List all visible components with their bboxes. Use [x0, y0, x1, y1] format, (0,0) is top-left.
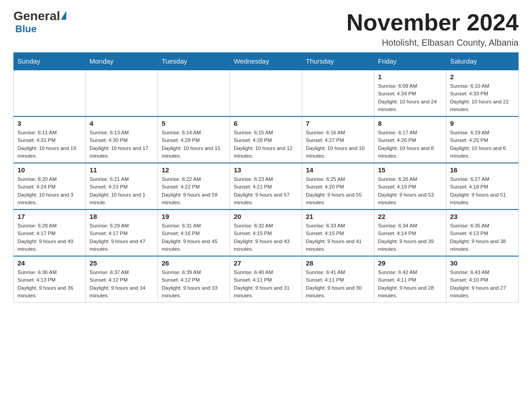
calendar-cell: 24Sunrise: 6:36 AMSunset: 4:13 PMDayligh…	[14, 256, 86, 303]
day-info: Sunrise: 6:35 AMSunset: 4:13 PMDaylight:…	[450, 222, 515, 253]
day-info: Sunrise: 6:19 AMSunset: 4:25 PMDaylight:…	[450, 129, 515, 160]
day-info: Sunrise: 6:20 AMSunset: 4:24 PMDaylight:…	[17, 176, 82, 206]
day-info: Sunrise: 6:40 AMSunset: 4:11 PMDaylight:…	[234, 269, 298, 300]
calendar-cell: 3Sunrise: 6:11 AMSunset: 4:31 PMDaylight…	[14, 116, 86, 163]
day-info: Sunrise: 6:15 AMSunset: 4:28 PMDaylight:…	[234, 129, 298, 160]
calendar-week-row: 17Sunrise: 6:28 AMSunset: 4:17 PMDayligh…	[14, 210, 519, 256]
day-number: 3	[17, 120, 82, 127]
calendar-cell	[302, 70, 374, 116]
logo-general-text: General	[13, 9, 60, 23]
calendar-cell: 20Sunrise: 6:32 AMSunset: 4:15 PMDayligh…	[230, 210, 302, 256]
weekday-header-tuesday: Tuesday	[158, 53, 230, 70]
day-info: Sunrise: 6:23 AMSunset: 4:21 PMDaylight:…	[234, 176, 298, 206]
weekday-header-wednesday: Wednesday	[230, 53, 302, 70]
title-section: November 2024 Hotolisht, Elbasan County,…	[347, 9, 519, 48]
day-info: Sunrise: 6:28 AMSunset: 4:17 PMDaylight:…	[17, 222, 82, 253]
calendar-cell: 30Sunrise: 6:43 AMSunset: 4:10 PMDayligh…	[446, 256, 519, 303]
day-number: 13	[234, 166, 298, 174]
calendar-cell: 19Sunrise: 6:31 AMSunset: 4:16 PMDayligh…	[158, 210, 230, 256]
day-info: Sunrise: 6:29 AMSunset: 4:17 PMDaylight:…	[90, 222, 154, 253]
day-info: Sunrise: 6:11 AMSunset: 4:31 PMDaylight:…	[17, 129, 82, 160]
calendar-cell: 13Sunrise: 6:23 AMSunset: 4:21 PMDayligh…	[230, 163, 302, 210]
weekday-header-monday: Monday	[86, 53, 158, 70]
day-info: Sunrise: 6:26 AMSunset: 4:19 PMDaylight:…	[378, 176, 442, 206]
calendar-cell: 2Sunrise: 6:10 AMSunset: 4:33 PMDaylight…	[446, 70, 519, 116]
day-number: 27	[234, 259, 298, 267]
day-info: Sunrise: 6:27 AMSunset: 4:18 PMDaylight:…	[450, 176, 515, 206]
day-number: 4	[90, 120, 154, 127]
calendar-header-row: SundayMondayTuesdayWednesdayThursdayFrid…	[14, 53, 519, 70]
day-info: Sunrise: 6:31 AMSunset: 4:16 PMDaylight:…	[162, 222, 226, 253]
page-header: General Blue November 2024 Hotolisht, El…	[13, 9, 519, 48]
calendar-cell	[158, 70, 230, 116]
day-info: Sunrise: 6:36 AMSunset: 4:13 PMDaylight:…	[17, 269, 82, 300]
day-info: Sunrise: 6:42 AMSunset: 4:11 PMDaylight:…	[378, 269, 442, 300]
day-number: 21	[306, 213, 370, 220]
day-info: Sunrise: 6:22 AMSunset: 4:22 PMDaylight:…	[162, 176, 226, 206]
day-info: Sunrise: 6:37 AMSunset: 4:12 PMDaylight:…	[90, 269, 154, 300]
day-number: 17	[17, 213, 82, 220]
logo-blue-text: Blue	[15, 23, 37, 35]
day-info: Sunrise: 6:41 AMSunset: 4:11 PMDaylight:…	[306, 269, 370, 300]
calendar-week-row: 3Sunrise: 6:11 AMSunset: 4:31 PMDaylight…	[14, 116, 519, 163]
calendar-cell: 28Sunrise: 6:41 AMSunset: 4:11 PMDayligh…	[302, 256, 374, 303]
day-number: 8	[378, 120, 442, 127]
day-number: 6	[234, 120, 298, 127]
calendar-cell: 11Sunrise: 6:21 AMSunset: 4:23 PMDayligh…	[86, 163, 158, 210]
day-info: Sunrise: 6:25 AMSunset: 4:20 PMDaylight:…	[306, 176, 370, 206]
day-info: Sunrise: 6:33 AMSunset: 4:15 PMDaylight:…	[306, 222, 370, 253]
day-info: Sunrise: 6:09 AMSunset: 4:34 PMDaylight:…	[378, 82, 442, 113]
calendar-cell: 8Sunrise: 6:17 AMSunset: 4:26 PMDaylight…	[374, 116, 446, 163]
calendar-cell	[86, 70, 158, 116]
weekday-header-saturday: Saturday	[446, 53, 519, 70]
day-number: 19	[162, 213, 226, 220]
day-info: Sunrise: 6:14 AMSunset: 4:29 PMDaylight:…	[162, 129, 226, 160]
calendar-cell: 16Sunrise: 6:27 AMSunset: 4:18 PMDayligh…	[446, 163, 519, 210]
day-number: 7	[306, 120, 370, 127]
calendar-cell: 27Sunrise: 6:40 AMSunset: 4:11 PMDayligh…	[230, 256, 302, 303]
day-number: 29	[378, 259, 442, 267]
day-number: 23	[450, 213, 515, 220]
day-info: Sunrise: 6:34 AMSunset: 4:14 PMDaylight:…	[378, 222, 442, 253]
calendar-cell: 15Sunrise: 6:26 AMSunset: 4:19 PMDayligh…	[374, 163, 446, 210]
day-info: Sunrise: 6:13 AMSunset: 4:30 PMDaylight:…	[90, 129, 154, 160]
day-number: 25	[90, 259, 154, 267]
weekday-header-sunday: Sunday	[14, 53, 86, 70]
calendar-cell: 21Sunrise: 6:33 AMSunset: 4:15 PMDayligh…	[302, 210, 374, 256]
day-number: 16	[450, 166, 515, 174]
day-number: 14	[306, 166, 370, 174]
calendar-cell	[14, 70, 86, 116]
calendar-cell: 23Sunrise: 6:35 AMSunset: 4:13 PMDayligh…	[446, 210, 519, 256]
weekday-header-friday: Friday	[374, 53, 446, 70]
calendar-cell: 10Sunrise: 6:20 AMSunset: 4:24 PMDayligh…	[14, 163, 86, 210]
day-number: 5	[162, 120, 226, 127]
day-number: 10	[17, 166, 82, 174]
calendar-cell: 1Sunrise: 6:09 AMSunset: 4:34 PMDaylight…	[374, 70, 446, 116]
day-info: Sunrise: 6:21 AMSunset: 4:23 PMDaylight:…	[90, 176, 154, 206]
calendar-cell: 29Sunrise: 6:42 AMSunset: 4:11 PMDayligh…	[374, 256, 446, 303]
calendar-cell: 14Sunrise: 6:25 AMSunset: 4:20 PMDayligh…	[302, 163, 374, 210]
day-number: 15	[378, 166, 442, 174]
calendar-cell: 17Sunrise: 6:28 AMSunset: 4:17 PMDayligh…	[14, 210, 86, 256]
calendar-cell: 12Sunrise: 6:22 AMSunset: 4:22 PMDayligh…	[158, 163, 230, 210]
day-info: Sunrise: 6:32 AMSunset: 4:15 PMDaylight:…	[234, 222, 298, 253]
calendar-cell: 4Sunrise: 6:13 AMSunset: 4:30 PMDaylight…	[86, 116, 158, 163]
weekday-header-thursday: Thursday	[302, 53, 374, 70]
calendar-table: SundayMondayTuesdayWednesdayThursdayFrid…	[13, 52, 519, 303]
day-number: 22	[378, 213, 442, 220]
day-number: 2	[450, 73, 515, 81]
day-number: 20	[234, 213, 298, 220]
day-info: Sunrise: 6:43 AMSunset: 4:10 PMDaylight:…	[450, 269, 515, 300]
calendar-cell: 7Sunrise: 6:16 AMSunset: 4:27 PMDaylight…	[302, 116, 374, 163]
calendar-week-row: 1Sunrise: 6:09 AMSunset: 4:34 PMDaylight…	[14, 70, 519, 116]
calendar-cell: 6Sunrise: 6:15 AMSunset: 4:28 PMDaylight…	[230, 116, 302, 163]
day-number: 1	[378, 73, 442, 81]
day-info: Sunrise: 6:17 AMSunset: 4:26 PMDaylight:…	[378, 129, 442, 160]
location-title: Hotolisht, Elbasan County, Albania	[347, 38, 519, 48]
day-number: 11	[90, 166, 154, 174]
day-info: Sunrise: 6:16 AMSunset: 4:27 PMDaylight:…	[306, 129, 370, 160]
calendar-week-row: 10Sunrise: 6:20 AMSunset: 4:24 PMDayligh…	[14, 163, 519, 210]
day-number: 28	[306, 259, 370, 267]
logo-triangle-icon	[61, 11, 66, 20]
day-number: 26	[162, 259, 226, 267]
